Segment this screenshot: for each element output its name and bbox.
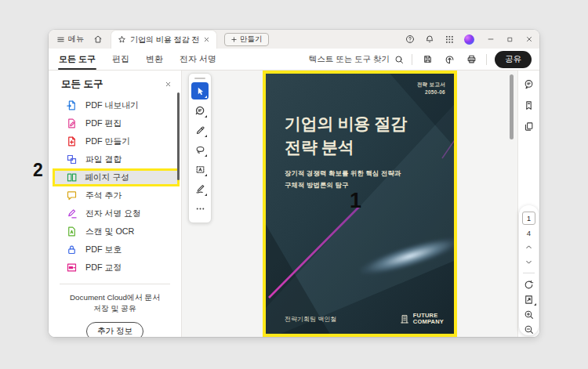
document-viewer: 전략 보고서 2050-06 기업의 비용 절감 전략 분석 장기적 경쟁력 확… — [182, 71, 517, 337]
search-field[interactable]: 텍스트 또는 도구 찾기 — [309, 54, 404, 65]
toolbar-tab-3[interactable]: 전자 서명 — [179, 49, 217, 70]
sidebar-item-6[interactable]: 전자 서명 요청 — [49, 204, 181, 222]
divider — [60, 284, 170, 284]
next-page-button[interactable] — [523, 256, 535, 267]
divider — [412, 54, 412, 65]
acrobat-window: 메뉴 기업의 비용 절감 전... 만들기 모든 도구편집변환전자 서명 — [49, 30, 539, 337]
document-cloud-text: Document Cloud에서 문서 저장 및 공유 — [49, 292, 181, 314]
toolbar-tab-2[interactable]: 변환 — [145, 49, 164, 70]
scan-ocr-icon — [66, 226, 78, 237]
sidebar-item-7[interactable]: 스캔 및 OCR — [49, 222, 181, 241]
previous-page-button[interactable] — [523, 241, 535, 252]
save-button[interactable] — [420, 52, 434, 67]
add-comment-tool-icon — [194, 105, 205, 116]
notifications-button[interactable] — [425, 34, 434, 44]
fill-sign-tool-icon — [195, 184, 205, 194]
sidebar-item-3[interactable]: 파일 결합 — [49, 150, 181, 168]
maximize-button[interactable] — [506, 36, 514, 43]
cover-light-beam — [358, 231, 457, 280]
create-pdf-icon — [66, 136, 78, 147]
zoom-out-button[interactable] — [523, 324, 535, 335]
lasso-tool-button[interactable] — [191, 141, 209, 158]
comments-panel-button[interactable] — [523, 78, 535, 90]
company-logo: FUTURE COMPANY — [399, 313, 444, 326]
divider — [486, 54, 487, 65]
quick-tools-rail — [188, 73, 212, 223]
add-comments-icon — [66, 190, 78, 201]
rotate-page-button[interactable] — [523, 279, 535, 290]
menu-label: 메뉴 — [68, 34, 84, 45]
combine-files-icon — [66, 154, 78, 165]
select-tool-icon — [195, 86, 205, 96]
cover-title: 기업의 비용 절감 전략 분석 — [285, 112, 407, 159]
request-esign-icon — [66, 208, 78, 219]
page-navigation-panel: 4 — [519, 205, 539, 335]
share-button-label: 공유 — [505, 54, 521, 65]
more-tools-icon — [195, 204, 205, 214]
upload-button[interactable] — [442, 52, 456, 67]
fill-sign-tool-button[interactable] — [191, 180, 209, 197]
pdf-cover-page: 전략 보고서 2050-06 기업의 비용 절감 전략 분석 장기적 경쟁력 확… — [263, 71, 457, 337]
panel-close-icon[interactable] — [165, 81, 172, 88]
sidebar-item-0[interactable]: PDF 내보내기 — [49, 96, 181, 114]
select-tool-button[interactable] — [191, 82, 209, 99]
star-icon[interactable] — [118, 35, 126, 44]
sidebar-item-2[interactable]: PDF 만들기 — [49, 132, 181, 150]
sidebar-item-5[interactable]: 주석 추가 — [49, 186, 181, 204]
minimize-button[interactable] — [487, 35, 495, 43]
bookmarks-panel-button[interactable] — [523, 99, 535, 111]
more-tools-button[interactable] — [191, 200, 209, 217]
page-number-input[interactable] — [522, 212, 535, 225]
sidebar-scrollbar[interactable] — [177, 92, 180, 180]
print-button[interactable] — [464, 52, 478, 67]
cover-subtitle: 장기적 경쟁력 확보를 위한 핵심 전략과 구체적 방법론의 탐구 — [285, 168, 401, 191]
share-button[interactable]: 공유 — [495, 51, 532, 68]
rail-drag-handle[interactable] — [194, 78, 205, 79]
sidebar-item-4[interactable]: 페이지 구성 — [53, 168, 180, 186]
sidebar-item-label: 전자 서명 요청 — [85, 208, 141, 219]
fit-page-button[interactable] — [523, 294, 535, 305]
draw-tool-button[interactable] — [191, 121, 209, 139]
text-box-tool-icon — [195, 165, 205, 175]
avatar[interactable] — [464, 34, 474, 45]
sidebar-item-label: 페이지 구성 — [85, 172, 129, 183]
titlebar: 메뉴 기업의 비용 절감 전... 만들기 — [49, 30, 539, 49]
toolbar-tabs: 모든 도구편집변환전자 서명 — [58, 49, 217, 70]
document-tab[interactable]: 기업의 비용 절감 전... — [111, 30, 217, 49]
report-badge: 전략 보고서 2050-06 — [417, 81, 445, 97]
callout-number-2: 2 — [33, 160, 43, 181]
protect-pdf-icon — [66, 244, 78, 255]
page-thumbnails-panel-button[interactable] — [523, 120, 535, 132]
toolbar-tab-1[interactable]: 편집 — [111, 49, 130, 70]
text-box-tool-button[interactable] — [191, 161, 209, 178]
sidebar-item-label: PDF 편집 — [85, 118, 122, 129]
create-button-label: 만들기 — [240, 34, 263, 45]
building-icon — [399, 313, 410, 324]
sidebar-item-label: PDF 만들기 — [85, 136, 130, 147]
document-scrollbar[interactable] — [510, 74, 514, 139]
redact-pdf-icon — [66, 262, 78, 273]
search-icon — [394, 55, 404, 64]
lasso-tool-icon — [195, 145, 205, 155]
edit-pdf-icon — [66, 118, 78, 129]
help-button[interactable] — [405, 34, 415, 44]
toolbar-tab-0[interactable]: 모든 도구 — [58, 49, 96, 70]
home-button[interactable] — [93, 34, 103, 44]
close-button[interactable] — [525, 35, 533, 43]
cover-author: 전략기획팀 백인철 — [285, 315, 336, 324]
sidebar-item-1[interactable]: PDF 편집 — [49, 114, 181, 132]
apps-grid-button[interactable] — [445, 34, 454, 44]
sidebar-item-label: 파일 결합 — [85, 154, 122, 165]
more-info-button[interactable]: 추가 정보 — [86, 322, 143, 337]
zoom-in-button[interactable] — [523, 309, 535, 320]
create-button[interactable]: 만들기 — [224, 33, 269, 46]
sidebar-item-label: 스캔 및 OCR — [85, 226, 134, 237]
sidebar-item-8[interactable]: PDF 보호 — [49, 241, 181, 259]
add-comment-tool-button[interactable] — [191, 102, 209, 119]
sidebar-item-label: PDF 내보내기 — [85, 100, 139, 111]
menu-button[interactable]: 메뉴 — [56, 34, 84, 45]
sidebar-item-label: PDF 보호 — [85, 244, 122, 255]
tab-close-icon[interactable] — [203, 36, 210, 43]
sidebar-item-9[interactable]: PDF 교정 — [49, 259, 181, 277]
right-rail: 4 — [517, 71, 539, 337]
